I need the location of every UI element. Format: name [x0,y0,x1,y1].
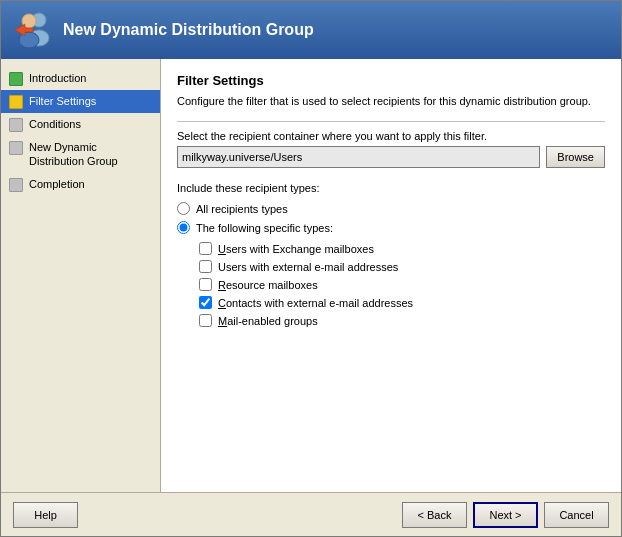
list-item: Contacts with external e-mail addresses [199,296,605,309]
checkbox-resource-mailboxes[interactable] [199,278,212,291]
list-item: Mail-enabled groups [199,314,605,327]
label-external-email: Users with external e-mail addresses [218,261,398,273]
container-input[interactable] [177,146,540,168]
next-button[interactable]: Next > [473,502,538,528]
checkbox-exchange-mailboxes[interactable] [199,242,212,255]
recipient-types-label: Include these recipient types: [177,182,605,194]
sidebar-label-completion: Completion [29,177,85,191]
radio-all-recipients[interactable]: All recipients types [177,202,605,215]
step-icon-filter-settings [9,95,23,109]
main-description: Configure the filter that is used to sel… [177,94,605,109]
sidebar-item-completion[interactable]: Completion [1,173,160,196]
footer-left: Help [13,502,78,528]
sidebar-item-introduction[interactable]: Introduction [1,67,160,90]
sidebar-label-introduction: Introduction [29,71,86,85]
checkbox-mail-enabled-groups[interactable] [199,314,212,327]
sidebar-item-new-ddg[interactable]: New Dynamic Distribution Group [1,136,160,173]
title-bar: New Dynamic Distribution Group [1,1,621,59]
radio-group: All recipients types The following speci… [177,202,605,234]
label-contacts-external: Contacts with external e-mail addresses [218,297,413,309]
step-icon-completion [9,178,23,192]
sidebar: Introduction Filter Settings Conditions … [1,59,161,492]
radio-specific-types[interactable]: The following specific types: [177,221,605,234]
step-icon-new-ddg [9,141,23,155]
divider [177,121,605,122]
wizard-window: New Dynamic Distribution Group Introduct… [0,0,622,537]
list-item: Users with external e-mail addresses [199,260,605,273]
sidebar-label-new-ddg: New Dynamic Distribution Group [29,140,152,169]
radio-all-label: All recipients types [196,203,288,215]
step-icon-introduction [9,72,23,86]
checkbox-contacts-external[interactable] [199,296,212,309]
label-resource-mailboxes: Resource mailboxes [218,279,318,291]
footer: Help < Back Next > Cancel [1,492,621,536]
list-item: Resource mailboxes [199,278,605,291]
container-input-row: Browse [177,146,605,168]
checkbox-external-email[interactable] [199,260,212,273]
list-item: Users with Exchange mailboxes [199,242,605,255]
main-title: Filter Settings [177,73,605,88]
container-label: Select the recipient container where you… [177,130,605,142]
main-panel: Filter Settings Configure the filter tha… [161,59,621,492]
content-area: Introduction Filter Settings Conditions … [1,59,621,492]
label-exchange-mailboxes: Users with Exchange mailboxes [218,243,374,255]
radio-all-input[interactable] [177,202,190,215]
title-icon [13,10,53,50]
cancel-button[interactable]: Cancel [544,502,609,528]
label-mail-enabled-groups: Mail-enabled groups [218,315,318,327]
browse-button[interactable]: Browse [546,146,605,168]
footer-right: < Back Next > Cancel [402,502,609,528]
sidebar-label-filter-settings: Filter Settings [29,94,96,108]
back-button[interactable]: < Back [402,502,467,528]
radio-specific-input[interactable] [177,221,190,234]
sidebar-item-filter-settings[interactable]: Filter Settings [1,90,160,113]
sidebar-label-conditions: Conditions [29,117,81,131]
step-icon-conditions [9,118,23,132]
checkbox-group: Users with Exchange mailboxes Users with… [199,242,605,327]
help-button[interactable]: Help [13,502,78,528]
window-title: New Dynamic Distribution Group [63,21,314,39]
radio-specific-label: The following specific types: [196,222,333,234]
sidebar-item-conditions[interactable]: Conditions [1,113,160,136]
